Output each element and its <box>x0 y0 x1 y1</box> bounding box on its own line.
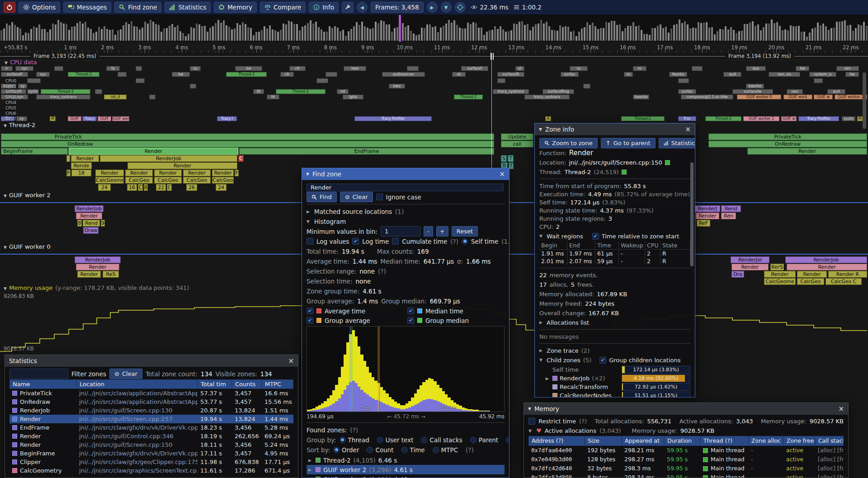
minimap-frame-bar[interactable] <box>76 23 78 41</box>
minimap-frame-bar[interactable] <box>866 26 868 41</box>
cpu-segment-surfacefw[interactable]: surfacefw <box>732 89 773 94</box>
minimap-frame-bar[interactable] <box>698 22 699 41</box>
minimap-frame-bar[interactable] <box>369 29 371 41</box>
cpu-segment-tracy-systrace[interactable]: tracy_systrace <box>36 95 90 99</box>
timeline-zone-renderjob[interactable]: RenderJob <box>100 155 237 162</box>
cpu-segment-su[interactable]: su <box>190 66 201 71</box>
minimap-frame-bar[interactable] <box>261 30 263 41</box>
cpu-segment[interactable] <box>54 66 63 71</box>
minimap-frame-bar[interactable] <box>646 34 648 41</box>
minimap-frame-bar[interactable] <box>22 35 24 41</box>
cpu-segment-cfr[interactable]: cfr <box>289 66 306 71</box>
matched-source-locations-tree[interactable]: ▶Matched source locations(1) <box>307 207 505 216</box>
minimap-frame-bar[interactable] <box>250 28 252 41</box>
minimap-frame-bar[interactable] <box>329 26 330 41</box>
timeline-zone-c[interactable]: C <box>138 184 143 191</box>
allocation-call-stack[interactable]: [alloc] [free] <box>815 455 844 464</box>
minimap-frame-bar[interactable] <box>82 24 84 41</box>
minimap-frame-bar[interactable] <box>643 34 645 41</box>
timeline-zone-render[interactable]: Render <box>183 170 211 176</box>
group-by-option-no-grouping[interactable]: No grouping <box>506 436 509 444</box>
minimap-frame-bar[interactable] <box>350 29 352 41</box>
minimap-frame-bar[interactable] <box>380 20 382 41</box>
minimap-frame-bar[interactable] <box>44 29 46 41</box>
median-time-checkbox[interactable]: ✔ <box>407 308 414 314</box>
memory-column-header-address[interactable]: Address (?) <box>528 436 585 446</box>
stats-column-header-location[interactable]: Location <box>76 379 198 389</box>
clear-filter-button[interactable]: ⊘Clear <box>109 369 142 379</box>
minimap-frame-bar[interactable] <box>508 31 509 41</box>
minimap-frame-bar[interactable] <box>190 27 192 41</box>
minimap-frame-bar[interactable] <box>30 29 32 41</box>
frame-label-left[interactable]: Frame 3,193 (22.45 ms) <box>30 53 99 60</box>
minimap-frame-bar[interactable] <box>93 33 94 41</box>
group-by-radio[interactable] <box>377 437 383 443</box>
cpu-segment-thread-2[interactable]: Thread-2 <box>454 95 483 99</box>
minimap-frame-bar[interactable] <box>14 25 16 41</box>
timeline-zone-9[interactable]: 9 <box>101 220 105 227</box>
stats-row-name[interactable]: CalcGeometry <box>9 466 76 475</box>
minimap-frame-bar[interactable] <box>231 29 233 41</box>
section-header-guif-worker-0[interactable]: ▼GUIF worker 0 <box>4 243 51 250</box>
wait-column-header-begin[interactable]: Begin <box>539 241 567 250</box>
minimap-frame-bar[interactable] <box>619 24 621 41</box>
minimap-frame-bar[interactable] <box>516 24 518 41</box>
minimap-frame-bar[interactable] <box>367 28 368 41</box>
collapse-icon[interactable]: ▼ <box>4 123 7 128</box>
cpu-segment-syste[interactable]: syste <box>842 116 855 121</box>
minimap-frame-bar[interactable] <box>63 24 65 41</box>
minimap-frame-bar[interactable] <box>521 21 523 41</box>
cpu-segment[interactable] <box>407 66 419 71</box>
minimap-frame-bar[interactable] <box>104 26 105 41</box>
expand-icon[interactable]: ▶ <box>308 477 313 478</box>
restrict-time-checkbox[interactable] <box>528 418 535 425</box>
minimap-frame-bar[interactable] <box>567 27 569 41</box>
minimap-frame-bar[interactable] <box>627 26 629 41</box>
minimap-frame-bar[interactable] <box>142 28 143 41</box>
minimap-frame-bar[interactable] <box>782 30 783 41</box>
minimap-frame-bar[interactable] <box>55 24 57 41</box>
timeline-scrollbar[interactable] <box>863 72 866 129</box>
timeline-zone-calcgeome[interactable]: CalcGeome <box>95 177 124 184</box>
found-zone-group-guif-worker-0[interactable]: ▶GUIF worker 0(3,231)4.48 s <box>307 474 505 478</box>
minimap-frame-bar[interactable] <box>589 25 591 41</box>
wait-column-header-cpu[interactable]: CPU <box>645 241 660 250</box>
minimap-frame-bar[interactable] <box>242 22 244 41</box>
minimap-frame-bar[interactable] <box>763 27 764 41</box>
timeline-zone-calcgeo[interactable]: CalcGeo <box>183 177 211 184</box>
minimap-frame-bar[interactable] <box>413 33 415 41</box>
minimap-frame-bar[interactable] <box>616 25 618 41</box>
min-bin-input[interactable] <box>381 226 420 237</box>
close-icon[interactable]: × <box>499 170 505 178</box>
minimap-frame-bar[interactable] <box>670 28 672 41</box>
minimap-frame-bar[interactable] <box>613 21 615 41</box>
zoom-to-zone-button[interactable]: Zoom to zone <box>539 138 598 148</box>
minimap-frame-bar[interactable] <box>456 25 458 41</box>
minimap-frame-bar[interactable] <box>592 23 594 41</box>
minimap-frame-bar[interactable] <box>855 28 857 41</box>
minimap-frame-bar[interactable] <box>226 25 227 41</box>
timeline-zone-24[interactable]: 24 <box>98 184 111 191</box>
section-header-cpu-data[interactable]: ▼CPU data <box>5 59 37 66</box>
minimap-frame-bar[interactable] <box>811 28 813 41</box>
minimap-frame-bar[interactable] <box>649 35 651 41</box>
stats-row-location[interactable]: jni/../jni/src/claw/gfx/geo/Clipper.cpp:… <box>76 458 198 466</box>
minimap-frame-bar[interactable] <box>860 25 862 41</box>
minimap-frame-bar[interactable] <box>806 37 808 41</box>
minimap-frame-bar[interactable] <box>247 27 249 41</box>
minimap-frame-bar[interactable] <box>825 26 827 41</box>
timeline-zone-render[interactable]: Render <box>787 264 867 270</box>
minimap-frame-bar[interactable] <box>117 30 119 41</box>
minimap-frame-bar[interactable] <box>326 32 328 41</box>
minimap-frame-bar[interactable] <box>546 22 547 41</box>
minimap-frame-bar[interactable] <box>529 30 531 41</box>
minimap-frame-bar[interactable] <box>196 24 198 41</box>
stats-row-location[interactable]: jni/../jni/src/guif/Screen.cpp:257 <box>76 415 198 423</box>
sort-by-radio[interactable] <box>401 447 408 453</box>
find-zone-histogram[interactable]: 1 ms10 ms <box>307 326 505 412</box>
cpu-segment-trac[interactable]: Trac <box>678 116 696 121</box>
minimap-frame-bar[interactable] <box>255 32 257 41</box>
cpu-segment-sen[interactable]: sen <box>836 66 859 71</box>
minimap-frame-bar[interactable] <box>738 31 740 41</box>
minimap-frame-bar[interactable] <box>245 24 246 41</box>
